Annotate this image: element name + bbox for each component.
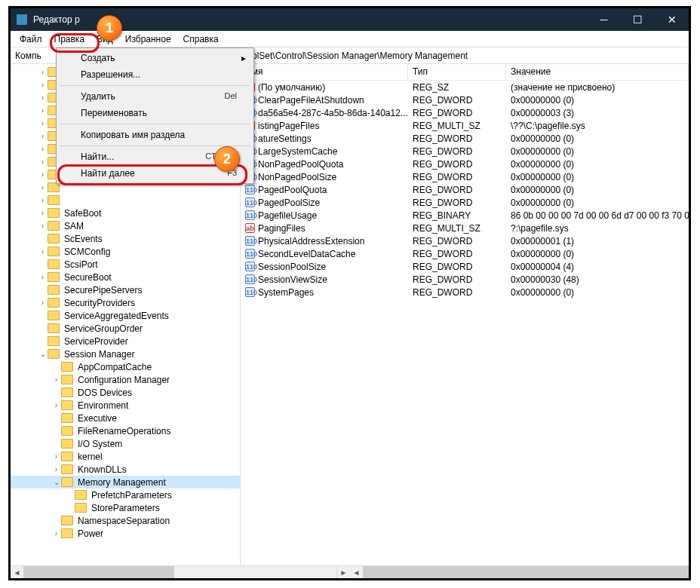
folder-icon [75,503,87,513]
tree-row[interactable]: ScsiPort [11,258,240,271]
list-row[interactable]: 110PagedPoolSizeREG_DWORD0x00000000 (0) [241,196,689,209]
tree-row[interactable]: ›Power [11,527,240,540]
tree-row[interactable]: ›SecurityProviders [11,296,240,309]
tree-row[interactable]: SecurePipeServers [11,283,240,296]
chevron-right-icon[interactable]: › [38,68,48,76]
list-row[interactable]: 110SessionPoolSizeREG_DWORD0x00000004 (4… [241,260,689,273]
tree-row[interactable]: I/O System [11,437,240,450]
tree-row[interactable]: ›SAM [11,219,240,232]
tree-row[interactable]: ScEvents [11,232,240,245]
reg-binary-icon: 110 [245,274,255,284]
list-row[interactable]: 110SecondLevelDataCacheREG_DWORD0x000000… [241,247,689,260]
scroll-thumb-left[interactable] [23,566,174,578]
menu-item[interactable]: Создать▸ [58,50,252,66]
menu-help[interactable]: Справка [177,32,225,47]
header-type[interactable]: Тип [408,64,506,80]
tree-row[interactable]: ServiceGroupOrder [11,322,240,335]
list-row[interactable]: abPagingFilesREG_MULTI_SZ?:\pagefile.sys [241,222,689,234]
list-row[interactable]: 110PagedPoolQuotaREG_DWORD0x00000000 (0) [241,183,689,196]
chevron-right-icon[interactable]: › [38,299,48,307]
menu-item-label: Копировать имя раздела [81,130,185,140]
list-row[interactable]: 110SystemPagesREG_DWORD0x00000000 (0) [241,286,689,299]
tree-row[interactable]: StoreParameters [11,501,240,514]
chevron-right-icon[interactable]: › [51,452,61,461]
tree-row[interactable]: ›SCMConfig [11,245,240,258]
chevron-right-icon[interactable]: › [38,119,48,127]
tree-row[interactable]: Executive [11,412,240,424]
chevron-right-icon[interactable]: › [38,132,48,140]
value-data: 0x00000001 (1) [506,236,689,247]
chevron-right-icon[interactable]: › [38,93,48,102]
list-pane[interactable]: Имя Тип Значение ab(По умолчанию)REG_SZ(… [241,64,689,565]
value-type: REG_DWORD [408,108,506,118]
chevron-right-icon[interactable]: › [38,273,48,281]
tree-row[interactable]: NamespaceSeparation [11,514,240,527]
tree-row[interactable]: ›KnownDLLs [11,463,240,476]
tree-label: FileRenameOperations [76,426,172,436]
marker-2: 2 [214,146,240,172]
chevron-right-icon[interactable]: › [51,401,61,409]
chevron-right-icon[interactable]: › [51,375,61,384]
tree-row[interactable]: DOS Devices [11,386,240,399]
menu-fav[interactable]: Избранное [119,32,177,47]
scroll-thumb-right[interactable] [363,566,691,578]
tree-row[interactable]: PrefetchParameters [11,488,240,501]
scroll-left-icon[interactable]: ◄ [11,566,23,578]
chevron-right-icon[interactable]: › [38,81,48,89]
tree-row[interactable]: ›kernel [11,450,240,463]
tree-row[interactable]: FileRenameOperations [11,424,240,437]
menu-item[interactable]: Копировать имя раздела [58,127,252,143]
chevron-right-icon[interactable]: › [38,170,48,179]
list-row[interactable]: 110ClearPageFileAtShutdownREG_DWORD0x000… [241,93,689,106]
list-row[interactable]: 110LargeSystemCacheREG_DWORD0x00000000 (… [241,145,689,158]
value-name: da56a5e4-287c-4a5b-86da-140a12... [258,108,408,118]
tree-row[interactable]: ⌄Session Manager [11,348,240,360]
menu-item[interactable]: УдалитьDel [58,88,252,105]
list-row[interactable]: 110SessionViewSizeREG_DWORD0x00000030 (4… [241,273,689,286]
scroll-right-icon[interactable]: ► [337,566,350,578]
menu-edit[interactable]: Правка [48,32,91,47]
tree-row[interactable]: ›SecureBoot [11,271,240,283]
chevron-right-icon[interactable]: › [38,209,48,217]
tree-row[interactable]: ›Environment [11,399,240,412]
chevron-right-icon[interactable]: › [38,145,48,153]
list-row[interactable]: 110NonPagedPoolQuotaREG_DWORD0x00000000 … [241,158,689,170]
value-data: \??\C:\pagefile.sys [506,121,689,131]
horizontal-scrollbar[interactable]: ◄ ► ◄ ► [11,565,689,578]
chevron-right-icon[interactable]: › [38,158,48,166]
tree-row[interactable]: ›Configuration Manager [11,373,240,386]
list-row[interactable]: 110atureSettingsREG_DWORD0x00000000 (0) [241,132,689,145]
tree-row[interactable]: ›SafeBoot [11,207,240,219]
chevron-right-icon[interactable]: › [38,183,48,191]
menu-shortcut: Del [224,91,237,102]
window-title: Редактор р [33,14,80,25]
tree-row[interactable]: › [11,194,240,207]
header-name[interactable]: Имя [241,64,408,80]
menu-item[interactable]: Разрешения... [58,66,252,83]
chevron-right-icon[interactable]: › [38,222,48,230]
tree-row[interactable]: ServiceProvider [11,335,240,348]
header-value[interactable]: Значение [506,64,689,80]
list-row[interactable]: 110da56a5e4-287c-4a5b-86da-140a12...REG_… [241,106,689,119]
close-button[interactable]: ✕ [655,8,689,31]
list-row[interactable]: abistingPageFilesREG_MULTI_SZ\??\C:\page… [241,119,689,132]
menu-file[interactable]: Файл [14,32,48,47]
scroll-left-icon-2[interactable]: ◄ [350,566,363,578]
minimize-button[interactable]: ─ [587,8,621,31]
chevron-right-icon[interactable]: › [38,106,48,115]
chevron-down-icon[interactable]: ⌄ [38,350,48,358]
maximize-button[interactable]: ☐ [621,8,655,31]
list-row[interactable]: ab(По умолчанию)REG_SZ(значение не присв… [241,81,689,93]
chevron-right-icon[interactable]: › [51,465,61,473]
menu-item[interactable]: Переименовать [58,105,252,121]
list-row[interactable]: 110PagefileUsageREG_BINARY86 0b 00 00 00… [241,209,689,222]
list-row[interactable]: 110NonPagedPoolSizeREG_DWORD0x00000000 (… [241,170,689,183]
tree-row[interactable]: ⌄Memory Management [11,476,240,488]
list-row[interactable]: 110PhysicalAddressExtensionREG_DWORD0x00… [241,234,689,247]
tree-row[interactable]: ServiceAggregatedEvents [11,309,240,322]
chevron-right-icon[interactable]: › [38,196,48,204]
chevron-right-icon[interactable]: › [38,247,48,256]
tree-row[interactable]: AppCompatCache [11,360,240,373]
chevron-right-icon[interactable]: › [51,529,61,537]
chevron-down-icon[interactable]: ⌄ [51,478,61,486]
